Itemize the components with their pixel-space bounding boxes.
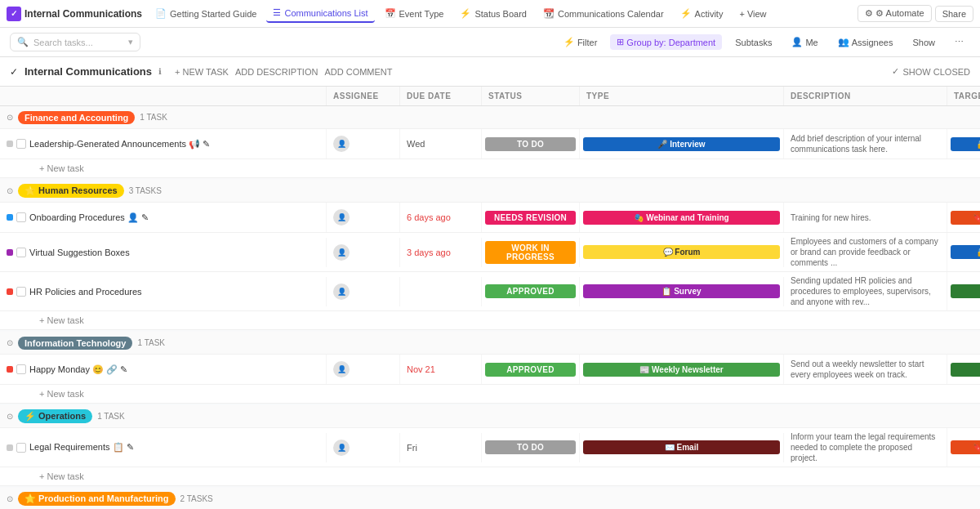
status-badge[interactable]: NEEDS REVISION (485, 211, 576, 225)
col-assignee: ASSIGNEE (327, 87, 400, 105)
status-badge[interactable]: TO DO (485, 440, 576, 454)
priority-icon (7, 288, 13, 295)
tab-status-board[interactable]: ⚡ Status Board (453, 5, 533, 22)
target-badge[interactable]: 🔖 Trainees and New Hires (951, 440, 980, 454)
type-cell: 🎤 Interview (580, 129, 784, 159)
filter-button[interactable]: ⚡ Filter (557, 34, 604, 50)
due-date: Nov 21 (407, 364, 435, 374)
assignee-cell: 👤 (327, 238, 400, 267)
task-name[interactable]: Happy Monday 😊 🔗 ✎ (29, 364, 319, 375)
type-badge[interactable]: ✉️ Email (583, 440, 780, 454)
due-date-cell: Wed (400, 129, 482, 159)
show-button[interactable]: Show (906, 35, 942, 50)
priority-icon (7, 214, 13, 221)
task-checkbox[interactable] (16, 287, 26, 297)
info-icon[interactable]: ℹ (158, 67, 162, 76)
collapse-icon[interactable]: ⊙ (7, 338, 13, 347)
target-badge[interactable]: 🔒 All Department Heads (951, 137, 980, 151)
task-row: HR Policies and Procedures 👤 APPROVED 📋 … (0, 272, 980, 311)
task-name[interactable]: Onboarding Procedures 👤 ✎ (29, 212, 319, 223)
priority-icon (7, 141, 13, 147)
page-header: ✓ Internal Communications ℹ + NEW TASK A… (0, 57, 980, 87)
tab-event-type[interactable]: 📅 Event Type (378, 5, 451, 22)
group-icon: ⊞ (617, 37, 624, 47)
add-comment-button[interactable]: ADD COMMENT (324, 67, 392, 77)
task-row: Legal Requirements 📋 ✎ 👤 Fri TO DO ✉️ Em… (0, 428, 980, 467)
group-it-header[interactable]: ⊙ Information Technology 1 TASK (0, 332, 980, 355)
share-button[interactable]: Share (935, 6, 973, 22)
collapse-icon[interactable]: ⊙ (7, 494, 13, 503)
tab-communications-list[interactable]: ☰ Communications List (266, 4, 374, 23)
target-badge[interactable]: ✏️ All Employees (951, 284, 980, 298)
group-hr-header[interactable]: ⊙ ⭐ Human Resources 3 TASKS (0, 180, 980, 203)
group-it-badge: Information Technology (18, 337, 132, 350)
group-hr: ⊙ ⭐ Human Resources 3 TASKS Onboarding P… (0, 180, 980, 330)
add-description-button[interactable]: ADD DESCRIPTION (235, 67, 318, 77)
app-icon: ✓ (7, 7, 21, 21)
type-badge[interactable]: 💬 Forum (583, 245, 780, 259)
collapse-icon[interactable]: ⊙ (7, 186, 13, 195)
collapse-icon[interactable]: ⊙ (7, 113, 13, 122)
tab-communications-calendar[interactable]: 📆 Communications Calendar (537, 5, 670, 22)
task-name-cell: Leadership-Generated Announcements 📢 ✎ (0, 129, 327, 159)
task-description: Employees and customers of a company or … (791, 236, 940, 268)
status-badge[interactable]: APPROVED (485, 363, 576, 377)
task-name[interactable]: Leadership-Generated Announcements 📢 ✎ (29, 139, 319, 150)
group-by-button[interactable]: ⊞ Group by: Department (610, 34, 722, 50)
assignee-avatar: 👤 (333, 440, 350, 456)
new-task-button-hr[interactable]: + New task (0, 311, 980, 330)
status-badge[interactable]: TO DO (485, 137, 576, 151)
task-description: Add brief description of your internal c… (791, 133, 940, 154)
type-badge[interactable]: 🎤 Interview (583, 137, 780, 151)
target-cell: ✏️ All Employees (947, 355, 980, 384)
task-name[interactable]: Legal Requirements 📋 ✎ (29, 442, 319, 453)
task-checkbox[interactable] (16, 212, 26, 222)
target-badge[interactable]: 🔒 All Department Heads (951, 245, 980, 259)
top-nav: ✓ Internal Communications 📄 Getting Star… (0, 0, 980, 28)
status-badge[interactable]: APPROVED (485, 284, 576, 298)
search-box[interactable]: 🔍 Search tasks... ▾ (10, 33, 140, 51)
task-checkbox[interactable] (16, 139, 26, 149)
target-badge[interactable]: ✏️ All Employees (951, 363, 980, 377)
assignees-button[interactable]: 👥 Assignees (831, 34, 900, 50)
task-checkbox[interactable] (16, 248, 26, 257)
task-name-cell: Legal Requirements 📋 ✎ (0, 433, 327, 462)
group-it: ⊙ Information Technology 1 TASK Happy Mo… (0, 332, 980, 404)
group-ops-header[interactable]: ⊙ ⚡ Operations 1 TASK (0, 405, 980, 428)
show-closed-button[interactable]: ✓ SHOW CLOSED (892, 66, 970, 77)
new-task-button-finance[interactable]: + New task (0, 159, 980, 178)
new-task-button-ops[interactable]: + New task (0, 467, 980, 486)
new-task-button-it[interactable]: + New task (0, 385, 980, 404)
desc-cell: Add brief description of your internal c… (784, 129, 947, 159)
status-badge[interactable]: WORK IN PROGRESS (485, 241, 576, 264)
new-task-button[interactable]: + NEW TASK (175, 67, 229, 77)
type-badge[interactable]: 🎭 Webinar and Training (583, 211, 780, 225)
type-badge[interactable]: 📰 Weekly Newsletter (583, 363, 780, 377)
task-checkbox[interactable] (16, 443, 26, 453)
task-name[interactable]: HR Policies and Procedures (29, 287, 319, 297)
task-name[interactable]: Virtual Suggestion Boxes (29, 248, 319, 257)
col-status: STATUS (482, 87, 580, 105)
task-checkbox[interactable] (16, 364, 26, 374)
subtasks-button[interactable]: Subtasks (728, 35, 778, 50)
collapse-icon[interactable]: ⊙ (7, 412, 13, 421)
more-options-button[interactable]: ⋯ (948, 34, 970, 50)
task-row: Leadership-Generated Announcements 📢 ✎ 👤… (0, 129, 980, 159)
group-prod-header[interactable]: ⊙ ⭐ Production and Manufacturing 2 TASKS (0, 488, 980, 509)
task-description: Inform your team the legal requirements … (791, 431, 940, 463)
automate-icon: ⚙ (865, 8, 873, 19)
group-ops-badge: ⚡ Operations (18, 409, 92, 423)
group-finance-header[interactable]: ⊙ Finance and Accounting 1 TASK (0, 106, 980, 129)
me-button[interactable]: 👤 Me (785, 34, 824, 50)
assignee-avatar: 👤 (333, 244, 350, 261)
status-cell: APPROVED (482, 277, 580, 306)
task-row: Happy Monday 😊 🔗 ✎ 👤 Nov 21 APPROVED 📰 W… (0, 355, 980, 385)
type-badge[interactable]: 📋 Survey (583, 284, 780, 298)
tab-activity[interactable]: ⚡ Activity (674, 5, 730, 22)
task-row: Onboarding Procedures 👤 ✎ 👤 6 days ago N… (0, 203, 980, 233)
target-badge[interactable]: 🔖 Trainees and New Hires (951, 211, 980, 225)
group-it-count: 1 TASK (137, 338, 165, 347)
automate-button[interactable]: ⚙ ⚙ Automate (858, 5, 932, 22)
tab-add-view[interactable]: + View (733, 6, 773, 22)
tab-getting-started[interactable]: 📄 Getting Started Guide (149, 5, 263, 22)
